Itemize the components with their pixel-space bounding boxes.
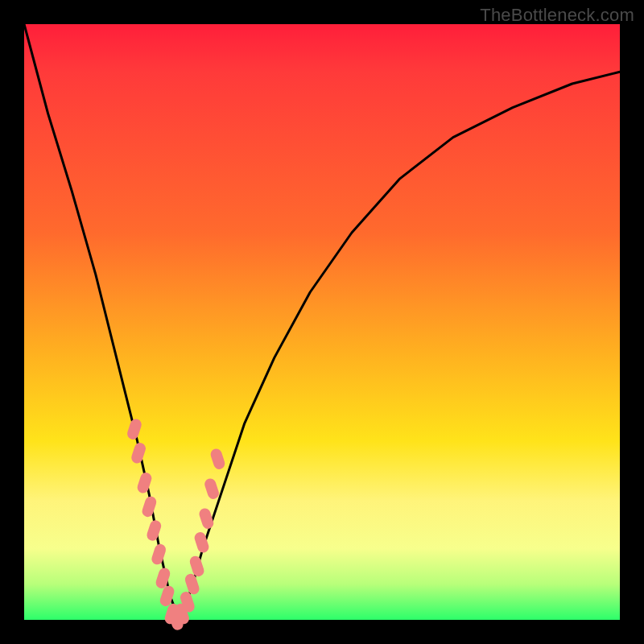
highlight-marker bbox=[146, 518, 163, 542]
highlight-marker bbox=[151, 543, 167, 566]
bottleneck-curve bbox=[24, 24, 620, 620]
highlight-marker bbox=[126, 418, 142, 441]
highlight-marker bbox=[136, 471, 153, 494]
highlight-marker bbox=[141, 495, 158, 518]
highlight-marker bbox=[130, 441, 147, 464]
highlight-marker bbox=[209, 448, 226, 471]
chart-frame: TheBottleneck.com bbox=[0, 0, 644, 644]
watermark-text: TheBottleneck.com bbox=[480, 5, 634, 26]
highlight-marker bbox=[203, 477, 220, 501]
highlight-markers bbox=[126, 418, 226, 632]
plot-area bbox=[24, 24, 620, 620]
bottleneck-curve-path bbox=[24, 24, 620, 620]
curve-layer bbox=[24, 24, 620, 620]
